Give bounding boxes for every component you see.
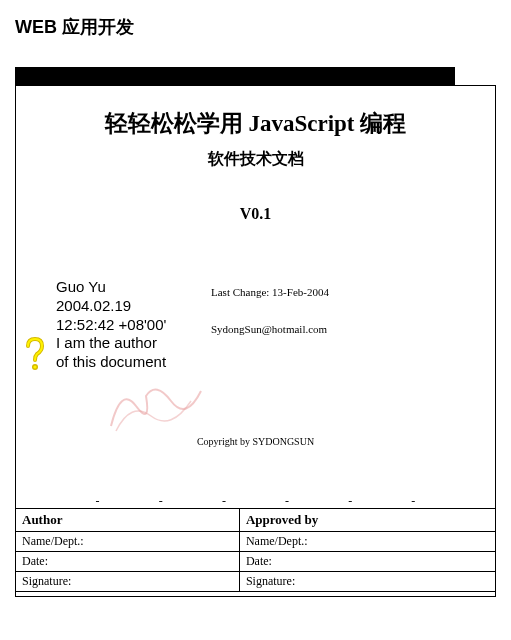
copyright-text: Copyright by SYDONGSUN xyxy=(16,436,495,447)
page-header: WEB 应用开发 xyxy=(0,0,511,39)
dash: - xyxy=(411,494,415,509)
document-version: V0.1 xyxy=(16,205,495,223)
dash: - xyxy=(222,494,226,509)
document-title: 轻轻松松学用 JavaScript 编程 xyxy=(16,108,495,139)
signature-table: Author Approved by Name/Dept.: Name/Dept… xyxy=(15,508,496,592)
document-frame: 轻轻松松学用 JavaScript 编程 软件技术文档 V0.1 Last Ch… xyxy=(15,85,496,597)
black-divider-bar xyxy=(15,67,455,85)
dash: - xyxy=(159,494,163,509)
sig-text-1: I am the author xyxy=(56,334,166,353)
svg-point-1 xyxy=(33,365,36,368)
author-email: SydongSun@hotmail.com xyxy=(211,323,327,335)
dash: - xyxy=(348,494,352,509)
sig-time: 12:52:42 +08'00' xyxy=(56,316,166,335)
author-header: Author xyxy=(16,509,240,532)
approved-sig-cell: Signature: xyxy=(239,572,495,592)
digital-signature-block: Guo Yu 2004.02.19 12:52:42 +08'00' I am … xyxy=(56,278,166,372)
author-name-cell: Name/Dept.: xyxy=(16,532,240,552)
dash-row: - - - - - - xyxy=(16,494,495,509)
author-sig-cell: Signature: xyxy=(16,572,240,592)
last-change-label: Last Change: 13-Feb-2004 xyxy=(211,286,329,298)
approved-name-cell: Name/Dept.: xyxy=(239,532,495,552)
dash: - xyxy=(285,494,289,509)
question-mark-icon xyxy=(20,336,50,372)
sig-name: Guo Yu xyxy=(56,278,166,297)
document-subtitle: 软件技术文档 xyxy=(16,149,495,170)
sig-text-2: of this document xyxy=(56,353,166,372)
sig-date: 2004.02.19 xyxy=(56,297,166,316)
dash: - xyxy=(96,494,100,509)
approved-date-cell: Date: xyxy=(239,552,495,572)
approved-header: Approved by xyxy=(239,509,495,532)
author-date-cell: Date: xyxy=(16,552,240,572)
